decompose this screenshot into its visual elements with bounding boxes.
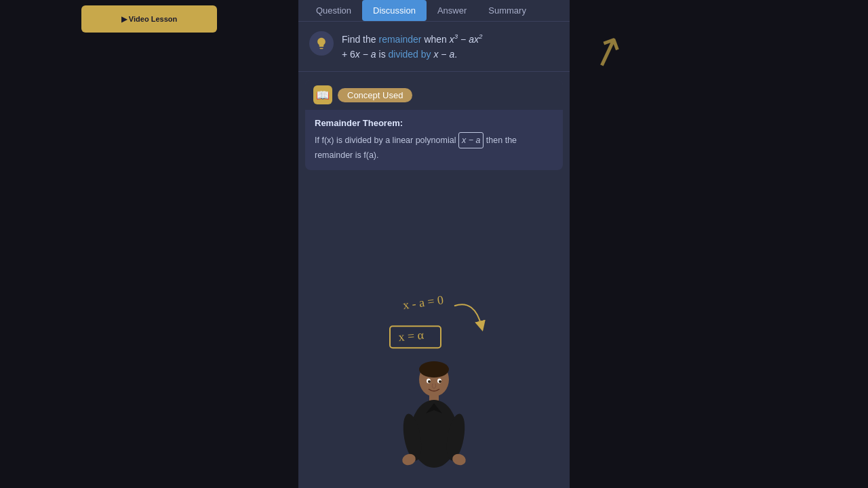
book-icon: 📖 bbox=[313, 85, 332, 104]
question-text: Find the remainder when x3 − ax2 + 6x − … bbox=[342, 31, 482, 62]
concept-section: 📖 Concept Used Remainder Theorem: If f(x… bbox=[305, 80, 563, 170]
question-area: Find the remainder when x3 − ax2 + 6x − … bbox=[298, 22, 570, 72]
arrow-decoration: ↗ bbox=[583, 23, 631, 79]
concept-title: Concept Used bbox=[338, 88, 412, 102]
tab-answer[interactable]: Answer bbox=[427, 0, 477, 21]
svg-point-16 bbox=[439, 380, 441, 383]
tab-question[interactable]: Question bbox=[305, 0, 362, 21]
presenter-figure bbox=[387, 359, 481, 488]
tabs-bar: Question Discussion Answer Summary bbox=[298, 0, 570, 22]
svg-point-4 bbox=[419, 361, 449, 378]
concept-body: Remainder Theorem: If f(x) is divided by… bbox=[305, 110, 563, 170]
theorem-title: Remainder Theorem: bbox=[315, 118, 553, 128]
concept-header: 📖 Concept Used bbox=[305, 80, 563, 110]
center-panel: Question Discussion Answer Summary Find … bbox=[298, 0, 570, 488]
question-icon bbox=[309, 31, 334, 56]
tab-summary[interactable]: Summary bbox=[477, 0, 537, 21]
svg-text:x = α: x = α bbox=[398, 328, 425, 344]
presenter-area bbox=[298, 352, 570, 488]
tab-discussion[interactable]: Discussion bbox=[362, 0, 427, 21]
left-panel: ▶ Video Lesson bbox=[0, 0, 298, 488]
thumbnail-label: ▶ Video Lesson bbox=[121, 15, 177, 24]
right-panel: ↗ bbox=[570, 0, 868, 488]
thumbnail: ▶ Video Lesson bbox=[81, 5, 217, 33]
lightbulb-icon bbox=[315, 37, 328, 50]
svg-point-15 bbox=[428, 380, 431, 383]
svg-text:x - a = 0: x - a = 0 bbox=[402, 293, 444, 312]
theorem-text: If f(x) is divided by a linear polynomia… bbox=[315, 132, 553, 162]
